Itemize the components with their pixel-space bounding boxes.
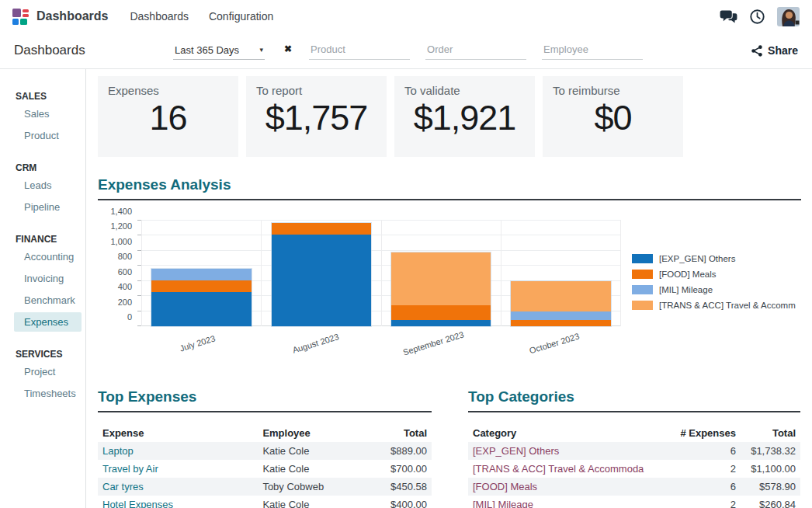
sidebar-item-leads[interactable]: Leads — [14, 176, 82, 195]
page-title: Dashboards — [14, 43, 173, 58]
legend-swatch — [632, 301, 653, 310]
x-axis-category-label: September 2023 — [402, 329, 465, 357]
column-header: Employee — [258, 424, 368, 442]
menu-configuration[interactable]: Configuration — [209, 10, 273, 23]
legend-swatch — [632, 270, 653, 279]
sidebar-section-label: SERVICES — [0, 349, 85, 360]
table-cell: $1,738.32 — [741, 442, 800, 460]
y-axis-tick-label: 1,200 — [92, 221, 132, 231]
messages-icon[interactable] — [720, 9, 737, 24]
dashboard-content: Expenses16To report$1,757To validate$1,9… — [86, 69, 812, 508]
share-button[interactable]: Share — [751, 44, 798, 57]
sidebar-item-timesheets[interactable]: Timesheets — [14, 384, 82, 403]
app-brand[interactable]: Dashboards — [12, 9, 108, 25]
sidebar-item-benchmark[interactable]: Benchmark — [14, 291, 82, 310]
top-expenses-section: Top Expenses ExpenseEmployeeTotalLaptopK… — [98, 388, 432, 508]
kpi-value: 16 — [108, 98, 228, 138]
legend-label: [FOOD] Meals — [659, 270, 716, 279]
order-filter-input[interactable] — [425, 42, 526, 60]
legend-label: [EXP_GEN] Others — [659, 254, 735, 263]
table-cell: $260.84 — [741, 496, 800, 508]
clear-filter-icon[interactable]: ✖ — [284, 44, 292, 54]
section-title-top-expenses: Top Expenses — [98, 388, 432, 412]
sidebar-item-invoicing[interactable]: Invoicing — [14, 269, 82, 288]
kpi-card-expenses[interactable]: Expenses16 — [98, 76, 238, 157]
chart-slots: July 2023August 2023September 2023Octobe… — [141, 221, 621, 326]
legend-item[interactable]: [EXP_GEN] Others — [632, 254, 796, 263]
employee-filter-input[interactable] — [542, 42, 643, 60]
user-avatar[interactable] — [777, 7, 800, 26]
section-title-top-categories: Top Categories — [468, 388, 800, 412]
category-link[interactable]: [FOOD] Meals — [468, 478, 674, 496]
sidebar-item-expenses[interactable]: Expenses — [14, 312, 82, 332]
y-axis-tick-label: 600 — [92, 267, 132, 277]
control-row: Dashboards Last 365 Days ▾ ✖ Share — [0, 33, 812, 68]
stacked-bar-july-2023[interactable] — [151, 269, 252, 326]
column-header: Expense — [98, 424, 258, 442]
category-link[interactable]: [EXP_GEN] Others — [468, 442, 674, 460]
filter-bar: Last 365 Days ▾ ✖ — [173, 42, 643, 60]
activity-clock-icon[interactable] — [749, 9, 765, 25]
y-axis-tick-label: 200 — [92, 297, 132, 307]
bar-segment — [272, 223, 372, 235]
expense-link[interactable]: Car tyres — [98, 478, 258, 496]
kpi-row: Expenses16To report$1,757To validate$1,9… — [98, 76, 801, 157]
sidebar-section: SALESSalesProduct — [0, 91, 85, 145]
sidebar-item-accounting[interactable]: Accounting — [14, 247, 82, 266]
kpi-card-to-reimburse[interactable]: To reimburse$0 — [543, 76, 683, 157]
sidebar-item-product[interactable]: Product — [14, 126, 82, 145]
category-link[interactable]: [MIL] Mileage — [468, 496, 674, 508]
menu-dashboards[interactable]: Dashboards — [130, 10, 189, 23]
dashboards-app-icon — [12, 9, 29, 25]
stacked-bar-september-2023[interactable] — [391, 252, 491, 326]
category-link[interactable]: [TRANS & ACC] Travel & Accommoda — [468, 460, 674, 478]
sidebar-item-project[interactable]: Project — [14, 362, 82, 381]
stacked-bar-october-2023[interactable] — [511, 281, 611, 326]
table-row: Travel by AirKatie Cole$700.00 — [98, 460, 432, 478]
sidebar-section: CRMLeadsPipeline — [0, 162, 85, 217]
bar-segment — [511, 320, 611, 326]
bar-segment — [391, 320, 491, 326]
x-axis-category-label: October 2023 — [529, 332, 581, 356]
kpi-value: $1,757 — [256, 98, 377, 138]
x-axis-category-label: August 2023 — [291, 332, 340, 355]
chart-category-slot: August 2023 — [262, 221, 381, 326]
kpi-label: Expenses — [108, 84, 228, 97]
table-row: Car tyresToby Cobweb$450.58 — [98, 478, 432, 496]
sidebar-section-label: FINANCE — [0, 234, 85, 245]
column-header: Total — [368, 424, 432, 442]
table-header-row: ExpenseEmployeeTotal — [98, 424, 432, 442]
legend-item[interactable]: [FOOD] Meals — [632, 270, 796, 279]
date-range-select[interactable]: Last 365 Days ▾ — [173, 44, 265, 60]
app-title: Dashboards — [36, 9, 108, 23]
expense-link[interactable]: Laptop — [98, 442, 258, 460]
column-header: Total — [741, 424, 800, 442]
expense-link[interactable]: Hotel Expenses — [98, 496, 258, 508]
legend-item[interactable]: [MIL] Mileage — [632, 285, 796, 294]
kpi-card-to-report[interactable]: To report$1,757 — [246, 76, 387, 157]
expenses-analysis-chart: 1,4001,2001,0008006004002000July 2023Aug… — [98, 217, 801, 366]
table-header-row: Category# ExpensesTotal — [468, 424, 800, 442]
legend-label: [MIL] Mileage — [659, 285, 713, 294]
table-cell: 6 — [674, 442, 741, 460]
kpi-label: To report — [256, 84, 377, 97]
product-filter-input[interactable] — [309, 42, 410, 60]
expense-link[interactable]: Travel by Air — [98, 460, 258, 478]
stacked-bar-august-2023[interactable] — [272, 223, 372, 326]
sidebar-item-sales[interactable]: Sales — [14, 104, 82, 124]
table-cell: $889.00 — [368, 442, 432, 460]
chevron-down-icon: ▾ — [259, 46, 263, 54]
kpi-card-to-validate[interactable]: To validate$1,921 — [394, 76, 535, 157]
table-row: [FOOD] Meals6$578.90 — [468, 478, 800, 496]
column-header: Category — [468, 424, 674, 442]
top-navbar: Dashboards Dashboards Configuration — [0, 0, 812, 33]
bar-segment — [511, 311, 611, 320]
sidebar-section: FINANCEAccountingInvoicingBenchmarkExpen… — [0, 234, 85, 332]
bar-segment — [151, 280, 252, 292]
column-header: # Expenses — [674, 424, 741, 442]
sidebar-section: SERVICESProjectTimesheets — [0, 349, 85, 403]
expenses-analysis-section: Expenses Analysis 1,4001,2001,0008006004… — [98, 176, 801, 366]
sidebar-item-pipeline[interactable]: Pipeline — [14, 197, 82, 217]
legend-item[interactable]: [TRANS & ACC] Travel & Accomm — [632, 301, 796, 310]
share-label: Share — [768, 44, 798, 57]
